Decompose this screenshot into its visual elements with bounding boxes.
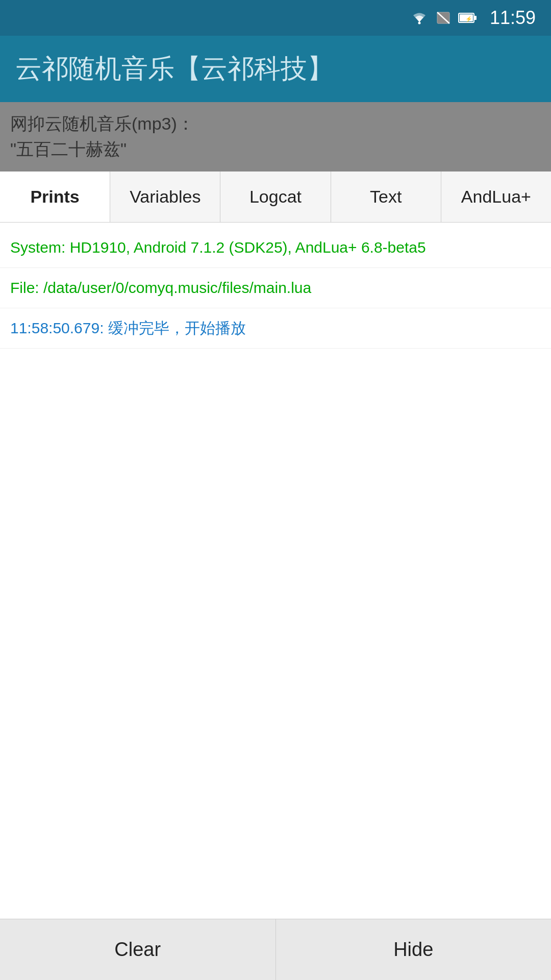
log-entry-3: 11:58:50.679: 缓冲完毕，开始播放 [0, 308, 551, 349]
clear-button[interactable]: Clear [0, 919, 276, 980]
tab-text[interactable]: Text [331, 172, 441, 222]
status-bar: ⚡ 11:59 [0, 0, 551, 36]
svg-rect-5 [474, 16, 477, 20]
no-sim-icon [436, 11, 451, 25]
svg-point-0 [418, 22, 420, 24]
hide-button[interactable]: Hide [276, 919, 552, 980]
app-header: 云祁随机音乐【云祁科技】 [0, 36, 551, 102]
svg-text:⚡: ⚡ [465, 15, 472, 22]
tab-prints[interactable]: Prints [0, 172, 110, 222]
bottom-bar: Clear Hide [0, 919, 551, 980]
tab-logcat[interactable]: Logcat [220, 172, 331, 222]
battery-icon: ⚡ [458, 11, 478, 25]
log-entry-1: System: HD1910, Android 7.1.2 (SDK25), A… [0, 228, 551, 268]
tab-andlua[interactable]: AndLua+ [441, 172, 551, 222]
status-time: 11:59 [490, 7, 536, 29]
app-title: 云祁随机音乐【云祁科技】 [15, 51, 334, 87]
media-info-line1: 网抑云随机音乐(mp3)： [10, 112, 541, 136]
tab-bar: PrintsVariablesLogcatTextAndLua+ [0, 172, 551, 223]
tab-variables[interactable]: Variables [110, 172, 220, 222]
log-content: System: HD1910, Android 7.1.2 (SDK25), A… [0, 223, 551, 919]
media-info-line2: "五百二十赫兹" [10, 138, 541, 161]
log-entry-2: File: /data/user/0/comyq.music/files/mai… [0, 268, 551, 308]
wifi-icon [410, 11, 429, 25]
media-banner: 网抑云随机音乐(mp3)： "五百二十赫兹" [0, 102, 551, 172]
